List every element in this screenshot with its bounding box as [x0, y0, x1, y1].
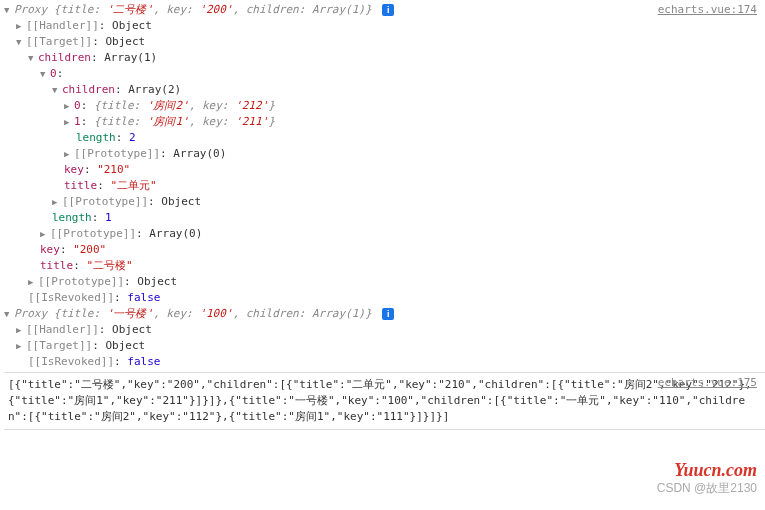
tree-row[interactable]: [[IsRevoked]]: false: [4, 290, 765, 306]
tree-row[interactable]: ▶[[Prototype]]: Array(0): [4, 146, 765, 162]
tree-row[interactable]: ▶[[Prototype]]: Object: [4, 194, 765, 210]
prop-value: Array(0): [173, 147, 226, 160]
console-log-json[interactable]: echarts.vue:175 [{"title":"二号楼","key":"2…: [4, 375, 765, 427]
caret-down-icon[interactable]: ▼: [52, 82, 62, 98]
prop-key: key: [40, 243, 60, 256]
json-text: [{"title":"二号楼","key":"200","children":[…: [8, 378, 752, 423]
prop-value: Object: [112, 19, 152, 32]
prop-key: [[Prototype]]: [50, 227, 136, 240]
divider: [4, 429, 765, 430]
prop-key: 0: [50, 67, 57, 80]
caret-right-icon[interactable]: ▶: [28, 274, 38, 290]
tree-row[interactable]: ▼[[Target]]: Object: [4, 34, 765, 50]
tree-row[interactable]: ▼children: Array(1): [4, 50, 765, 66]
caret-down-icon[interactable]: ▼: [40, 66, 50, 82]
tree-row[interactable]: ▶[[Handler]]: Object: [4, 18, 765, 34]
prop-key: [[Handler]]: [26, 19, 99, 32]
prop-value: Object: [161, 195, 201, 208]
proxy-label: Proxy: [14, 307, 54, 320]
caret-down-icon[interactable]: ▼: [28, 50, 38, 66]
tree-row[interactable]: length: 2: [4, 130, 765, 146]
info-icon[interactable]: i: [382, 4, 394, 16]
prop-key: [[IsRevoked]]: [28, 291, 114, 304]
object-preview: {title: '一号楼', key: '100', children: Arr…: [54, 307, 372, 320]
tree-row[interactable]: key: "210": [4, 162, 765, 178]
tree-row[interactable]: ▶0: {title: '房间2', key: '212'}: [4, 98, 765, 114]
proxy-header[interactable]: ▼Proxy {title: '一号楼', key: '100', childr…: [4, 306, 765, 322]
prop-value: "200": [73, 243, 106, 256]
prop-value: false: [127, 355, 160, 368]
prop-value: Object: [137, 275, 177, 288]
caret-down-icon[interactable]: ▼: [4, 306, 14, 322]
prop-key: [[Prototype]]: [62, 195, 148, 208]
prop-key: key: [64, 163, 84, 176]
prop-value: Array(0): [149, 227, 202, 240]
caret-right-icon[interactable]: ▶: [40, 226, 50, 242]
proxy-header[interactable]: ▼Proxy {title: '二号楼', key: '200', childr…: [4, 2, 765, 18]
caret-right-icon[interactable]: ▶: [64, 114, 74, 130]
prop-value: 2: [129, 131, 136, 144]
tree-row[interactable]: length: 1: [4, 210, 765, 226]
tree-row[interactable]: title: "二单元": [4, 178, 765, 194]
prop-key: 0: [74, 99, 81, 112]
prop-key: title: [40, 259, 73, 272]
prop-key: [[Prototype]]: [74, 147, 160, 160]
prop-value: "二单元": [110, 179, 156, 192]
caret-right-icon[interactable]: ▶: [64, 146, 74, 162]
caret-right-icon[interactable]: ▶: [16, 18, 26, 34]
tree-row[interactable]: [[IsRevoked]]: false: [4, 354, 765, 370]
prop-key: [[Prototype]]: [38, 275, 124, 288]
prop-key: 1: [74, 115, 81, 128]
prop-value: Object: [112, 323, 152, 336]
source-link[interactable]: echarts.vue:175: [658, 375, 757, 391]
prop-value: "二号楼": [86, 259, 132, 272]
prop-value: "210": [97, 163, 130, 176]
object-preview: {title: '二号楼', key: '200', children: Arr…: [54, 3, 372, 16]
prop-value: false: [127, 291, 160, 304]
prop-key: children: [62, 83, 115, 96]
tree-row[interactable]: key: "200": [4, 242, 765, 258]
info-icon[interactable]: i: [382, 308, 394, 320]
caret-right-icon[interactable]: ▶: [16, 322, 26, 338]
divider: [4, 372, 765, 373]
tree-row[interactable]: ▶[[Target]]: Object: [4, 338, 765, 354]
csdn-attribution: CSDN @故里2130: [4, 480, 757, 496]
tree-row[interactable]: ▼0:: [4, 66, 765, 82]
prop-value: Array(2): [128, 83, 181, 96]
caret-down-icon[interactable]: ▼: [16, 34, 26, 50]
prop-key: [[Target]]: [26, 35, 92, 48]
prop-key: children: [38, 51, 91, 64]
prop-key: title: [64, 179, 97, 192]
caret-right-icon[interactable]: ▶: [64, 98, 74, 114]
prop-key: [[IsRevoked]]: [28, 355, 114, 368]
prop-key: [[Handler]]: [26, 323, 99, 336]
tree-row[interactable]: ▶1: {title: '房间1', key: '211'}: [4, 114, 765, 130]
tree-row[interactable]: title: "二号楼": [4, 258, 765, 274]
caret-down-icon[interactable]: ▼: [4, 2, 14, 18]
prop-value: Array(1): [104, 51, 157, 64]
object-preview: {title: '房间1', key: '211'}: [94, 115, 275, 128]
prop-key: length: [76, 131, 116, 144]
caret-right-icon[interactable]: ▶: [52, 194, 62, 210]
prop-key: length: [52, 211, 92, 224]
caret-right-icon[interactable]: ▶: [16, 338, 26, 354]
tree-row[interactable]: ▼children: Array(2): [4, 82, 765, 98]
prop-value: Object: [105, 339, 145, 352]
prop-key: [[Target]]: [26, 339, 92, 352]
tree-row[interactable]: ▶[[Prototype]]: Array(0): [4, 226, 765, 242]
prop-value: Object: [105, 35, 145, 48]
source-link[interactable]: echarts.vue:174: [658, 2, 757, 18]
prop-value: 1: [105, 211, 112, 224]
tree-row[interactable]: ▶[[Handler]]: Object: [4, 322, 765, 338]
object-preview: {title: '房间2', key: '212'}: [94, 99, 275, 112]
proxy-label: Proxy: [14, 3, 54, 16]
brand-watermark: Yuucn.com: [4, 462, 757, 478]
tree-row[interactable]: ▶[[Prototype]]: Object: [4, 274, 765, 290]
